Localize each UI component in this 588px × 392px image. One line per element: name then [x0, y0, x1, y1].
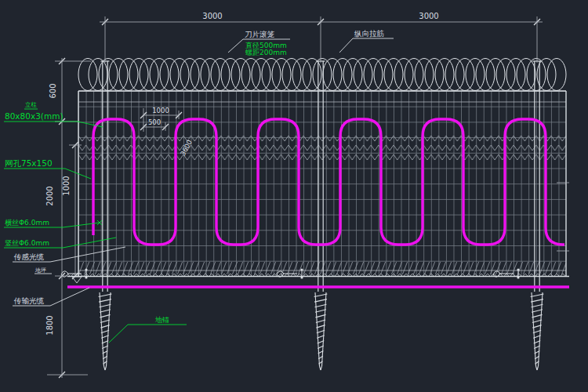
dim-wave-half-width: 500 — [148, 118, 161, 126]
label-horizontal-wire: 横丝Φ6.0mm — [5, 219, 49, 227]
label-mesh-spec: 网孔75x150 — [5, 158, 53, 168]
label-razor-coil-pitch: 螺距200mm — [245, 49, 287, 56]
label-transmission-cable: 传输光缆 — [13, 296, 45, 305]
bottom-hatch-band — [78, 262, 566, 274]
dim-top-right: 3000 — [419, 12, 438, 20]
mesh-fold-band — [78, 134, 566, 163]
dim-lower-height: 1000 — [62, 176, 71, 195]
label-ground-anchor: 地锚 — [154, 316, 169, 324]
label-post-spec: 80x80x3(mm) — [5, 111, 63, 121]
label-ground-level: 地坪 — [34, 267, 46, 274]
dim-coil-height: 600 — [49, 83, 57, 98]
label-post: 立柱 — [25, 101, 38, 108]
dim-top-left: 3000 — [202, 12, 222, 20]
label-vertical-wire: 竖丝Φ6.0mm — [5, 239, 49, 247]
dim-anchor-depth: 1800 — [45, 315, 54, 335]
dim-wave-width: 1000 — [152, 107, 169, 114]
label-razor-coil: 刀片滚笼 — [245, 30, 275, 38]
dim-fence-height: 2000 — [45, 186, 54, 205]
label-longitudinal-tie: 纵向拉筋 — [354, 29, 385, 38]
fence-cad-drawing: 3000 3000 600 2000 1000 1800 1000 500 36… — [0, 0, 588, 392]
label-sensor-cable: 传感光缆 — [13, 252, 45, 261]
